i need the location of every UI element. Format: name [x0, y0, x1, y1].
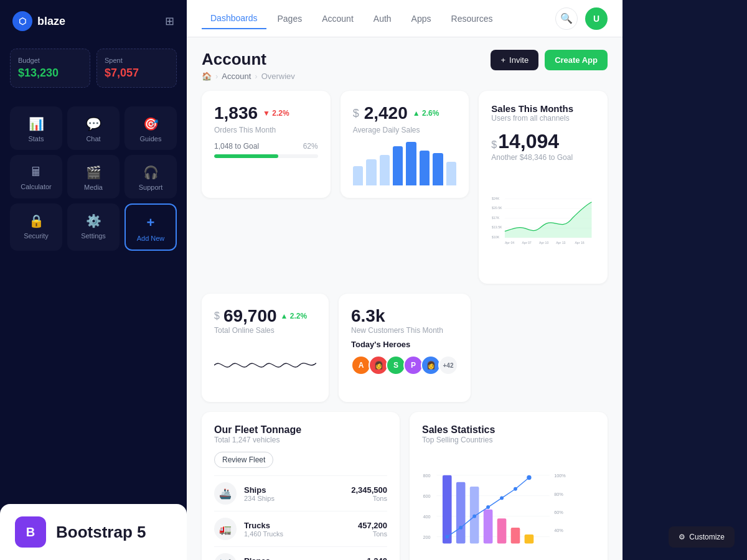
chat-icon: 💬	[86, 116, 101, 131]
user-avatar[interactable]: U	[585, 7, 608, 30]
svg-text:$24K: $24K	[492, 197, 500, 200]
breadcrumb-home-icon: 🏠	[202, 72, 212, 81]
bar-4	[393, 146, 403, 185]
sidebar-item-security[interactable]: 🔒 Security	[10, 203, 62, 251]
nav-pages[interactable]: Pages	[269, 9, 311, 29]
hero-count: +42	[438, 355, 458, 375]
customize-button[interactable]: ⚙ Customize	[669, 526, 735, 548]
header-actions: + Invite Create App	[491, 50, 608, 70]
review-fleet-button[interactable]: Review Fleet	[214, 452, 273, 468]
security-icon: 🔒	[29, 213, 44, 228]
svg-rect-23	[443, 475, 452, 544]
invite-button[interactable]: + Invite	[491, 50, 538, 70]
ships-icon: 🚢	[214, 482, 237, 505]
nav-resources[interactable]: Resources	[443, 9, 502, 29]
svg-text:$17K: $17K	[492, 216, 500, 220]
sidebar-item-media[interactable]: 🎬 Media	[67, 155, 120, 198]
nav-dashboards[interactable]: Dashboards	[202, 8, 266, 29]
svg-text:$10K: $10K	[492, 235, 500, 239]
stats-icon: 📊	[29, 116, 44, 131]
sidebar-item-add-new[interactable]: + Add New	[125, 203, 177, 251]
online-sales-label: Total Online Sales	[214, 326, 316, 335]
bar-2	[366, 159, 376, 185]
ships-value: 2,345,500	[351, 485, 387, 495]
bottom-grid: Our Fleet Tonnage Total 1,247 vehicles R…	[202, 412, 608, 560]
svg-text:60%: 60%	[554, 510, 563, 515]
orders-number: 1,836	[214, 103, 258, 123]
heroes-title: Today's Heroes	[351, 340, 458, 349]
invite-plus-icon: +	[500, 55, 505, 65]
online-sales-card: $ 69,700 ▲ 2.2% Total Online Sales	[202, 294, 329, 402]
orders-change: ▼ 2.2%	[263, 109, 289, 118]
fleet-sub: Total 1,247 vehicles	[214, 436, 387, 444]
fleet-title: Our Fleet Tonnage	[214, 424, 387, 436]
grid-nav: 📊 Stats 💬 Chat 🎯 Guides 🖩 Calculator 🎬 M…	[0, 106, 187, 251]
sidebar-item-support[interactable]: 🎧 Support	[125, 155, 177, 198]
spent-label: Spent	[105, 57, 169, 64]
orders-progress-fill	[214, 154, 278, 158]
page-header-left: Account 🏠 › Account › Overwiev	[202, 50, 295, 81]
create-app-button[interactable]: Create App	[545, 50, 608, 70]
bootstrap-icon: B	[15, 516, 46, 548]
svg-point-36	[472, 515, 476, 518]
fleet-row-planes: ✈️ Planes 8 Aircrafts 1,240 Tons	[214, 546, 387, 560]
sidebar-item-settings[interactable]: ⚙️ Settings	[67, 203, 120, 251]
sales-stats-title: Sales Statistics	[422, 424, 595, 436]
nav-apps[interactable]: Apps	[403, 9, 440, 29]
page-header: Account 🏠 › Account › Overwiev + Invite …	[202, 50, 608, 81]
svg-text:Apr 10: Apr 10	[539, 241, 548, 245]
stats-grid: 1,836 ▼ 2.2% Orders This Month 1,048 to …	[202, 91, 608, 284]
bootstrap-label: Bootstrap 5	[56, 523, 146, 542]
svg-text:Apr 13: Apr 13	[556, 241, 565, 245]
sales-stats-chart: 800 600 400 200	[422, 452, 595, 560]
svg-rect-24	[456, 482, 466, 544]
support-icon: 🎧	[143, 165, 159, 180]
bar-8	[446, 162, 456, 186]
svg-rect-27	[497, 518, 507, 543]
svg-point-35	[459, 526, 463, 530]
bar-5	[406, 142, 416, 185]
svg-text:800: 800	[423, 473, 430, 478]
breadcrumb-account[interactable]: Account	[222, 72, 251, 81]
security-label: Security	[24, 232, 49, 240]
logo-icon: ⬡	[12, 11, 32, 31]
nav-account[interactable]: Account	[313, 9, 362, 29]
svg-point-34	[445, 535, 449, 539]
budget-value: $13,230	[18, 67, 82, 80]
daily-sales-change: ▲ 2.6%	[413, 109, 439, 118]
orders-label: Orders This Month	[214, 126, 318, 134]
orders-progress-bar	[214, 154, 318, 158]
add-new-icon: +	[147, 215, 155, 231]
guides-label: Guides	[140, 135, 162, 142]
sales-month-title: Sales This Months	[491, 103, 595, 114]
sales-stats-sub: Top Selling Countries	[422, 436, 595, 444]
sales-month-card: Sales This Months Users from all channel…	[479, 91, 608, 284]
budget-card: Budget $13,230	[10, 49, 90, 88]
bar-3	[380, 155, 390, 185]
sidebar-item-stats[interactable]: 📊 Stats	[10, 106, 62, 150]
main-content: Dashboards Pages Account Auth Apps Resou…	[187, 0, 622, 560]
sidebar-item-chat[interactable]: 💬 Chat	[67, 106, 120, 150]
search-button[interactable]: 🔍	[555, 7, 578, 30]
customize-label: Customize	[689, 533, 725, 541]
bar-6	[420, 151, 430, 185]
nav-auth[interactable]: Auth	[365, 9, 400, 29]
svg-text:600: 600	[423, 493, 430, 499]
sidebar-item-calculator[interactable]: 🖩 Calculator	[10, 155, 62, 198]
settings-icon: ⚙️	[86, 213, 101, 228]
add-new-label: Add New	[137, 235, 165, 242]
fleet-row-ships: 🚢 Ships 234 Ships 2,345,500 Tons	[214, 475, 387, 511]
sidebar-header: ⬡ blaze ⊞	[0, 0, 187, 42]
svg-text:$13.5K: $13.5K	[492, 225, 502, 229]
trucks-desc: 1,460 Trucks	[244, 530, 283, 538]
sales-big-number: 14,094	[498, 130, 559, 153]
budget-label: Budget	[18, 57, 82, 64]
svg-rect-28	[511, 528, 520, 544]
calculator-icon: 🖩	[30, 165, 42, 179]
svg-text:400: 400	[423, 514, 430, 520]
media-icon: 🎬	[86, 165, 101, 180]
menu-icon[interactable]: ⊞	[165, 14, 174, 28]
sidebar-item-guides[interactable]: 🎯 Guides	[125, 106, 177, 150]
daily-sales-card: $ 2,420 ▲ 2.6% Average Daily Sales	[341, 91, 469, 198]
svg-point-38	[500, 496, 504, 500]
